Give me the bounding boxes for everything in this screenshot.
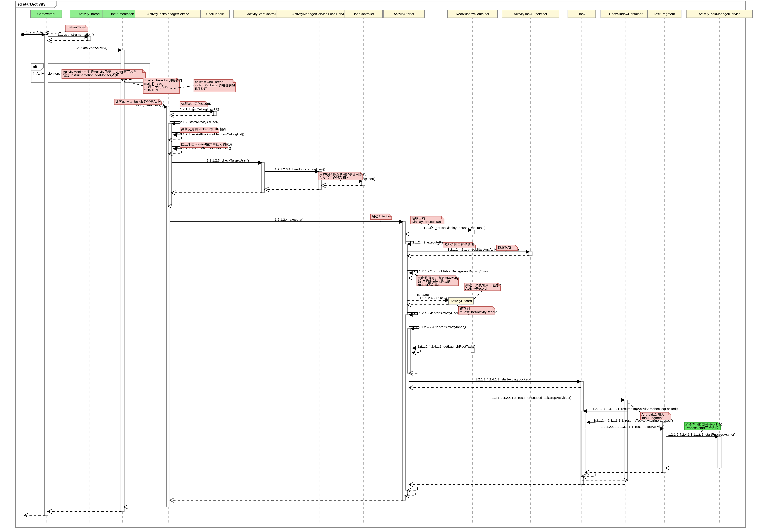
activation [262,163,265,193]
activation [718,437,721,468]
participant-label: UserHandle [206,12,224,16]
note-anchor [455,304,459,307]
message-label: 1.2.1.2.4.2.4.1.3.1.1.1.1: startProcessA… [668,433,735,436]
note-text: 仅存到 [460,307,470,310]
activation [663,422,666,472]
note-text: mLastStartActivityRecord [460,310,497,314]
note-text: (记录前期intent符合的 [418,280,451,283]
participant-label: UserController [353,12,374,16]
participant-label: ActivityTaskManagerService [699,12,740,16]
message-label: 1.2.1.2.4.2.3: new() [420,296,449,300]
note-text: 1. whoThread = 调用者的 [144,78,182,82]
participant-label: ActivityTaskManagerService [147,12,189,16]
note-text: DisplayFocusedTask [412,220,443,223]
participant-label: Task [578,12,585,16]
message-label: 1.2.1.2.4.2.4.1.1: getLaunchRootTask() [418,344,475,348]
message-label: 1.2.1.2.4.2.4.1.3.1.1.1: resumeTopActivi… [601,425,665,429]
participant-label: ActivityTaskSupervisor [514,12,547,16]
note-text: 获取当前 [412,216,425,220]
note-text: mainThread [144,82,162,85]
note-text: mMainThread [67,25,88,29]
message-self-return [409,275,418,278]
note-text: 3. INTENT [144,88,160,92]
activation [471,230,474,234]
activation [582,411,585,476]
message-label: 1.2.1.2.4.2.4.1.3.1: resumeTopActivityUn… [592,407,678,411]
note-text: 到这，系统发来，创建了 [465,283,502,287]
note-text: Process.start开始进程 [685,426,718,430]
message-label: 1.2.1.2.4.2.4.1.2: startActivityLocked() [476,377,531,381]
note-text: 拥有activity_task服务的是Activity [115,99,164,103]
frame [16,1,746,528]
message-label: 1.2.1.2.4.2.4.1: startActivityInner() [416,325,466,329]
note-text: 判断调用的package和UID相符 [181,127,226,131]
message-label: 1.2.1.2.4.2.2: shouldAbortBackgroundActi… [414,269,489,273]
activation [362,181,365,186]
participant-label: RootWindowContainer [609,12,643,16]
activation [168,124,172,206]
message-label: 1.2.1.2.3.1: handleIncomingUser() [275,167,325,171]
note-anchor [124,81,143,86]
participant-label: ContextImpl [37,12,55,16]
message-label: 1.1: getInstrumentation() [58,33,94,36]
note-anchor [381,219,381,222]
created-object-label: ActivityRecord [451,299,472,303]
message-label: 1.2.1.2.1: assertPackageMatchesCallingUi… [177,132,244,136]
note-text: callingPackage 调用者的包 [195,83,235,87]
message-label: 1.2.1.2.4: execute() [275,218,303,221]
message-label: 1.2.1.2.3: checkTargetUser() [207,159,249,162]
note-text: 2. 调用者的包名 [144,85,168,89]
message-label: 1.2.1.2.4.1: getTopDisplayFocusedRootTas… [418,226,485,229]
frame-label: alt [33,65,37,69]
note-text: INTENT [195,87,207,90]
note-text: 各种判断目标是透明 [444,243,474,246]
activation [624,400,628,480]
note-text: Android12 加入 [642,413,664,416]
activation [88,37,91,41]
activation [213,111,217,115]
frame-label: sd startActivity [17,2,45,6]
participant-label: TaskFragment [654,12,675,16]
note-text: 以及和用户线程相关 [319,176,349,180]
message-label: 1.2.1.1: getCallingUserId() [180,107,219,111]
note-text: 启动Activity [372,214,389,218]
participant-label: Instrumentation [111,12,134,16]
participant-label: ActivityStartController [247,12,279,16]
note-text: ActivityRecord [465,287,487,290]
note-text: 判断是否可以有启动Activity [418,276,459,280]
activation [45,35,48,515]
note-anchor [436,244,443,245]
activation [471,348,474,352]
note-text: 远程调用者的UserID [181,102,212,105]
note-text: restrict黑名单) [418,283,439,287]
note-text: TaskFragment [642,416,663,420]
note-text: ActivityMonitors 监听Activity信息，Client层可以负 [63,70,136,73]
participant-label: ActivityStarter [394,12,414,16]
message-stereotype: «create» [417,293,430,297]
message-label: 1.2.1.2: startActivityAsUser() [177,120,220,124]
message-label: 1.2.1.2.4.2.4.1.3: resumeFocusedTasksTop… [492,396,571,399]
activation [407,329,411,373]
note-text: 检查权限 [498,245,511,249]
note-anchor [414,273,417,276]
activation [529,252,532,256]
participant-label: RootWindowContainer [456,12,489,16]
note-text: 用户权限检查调用的是否可以及 [319,173,366,176]
message-self-return [412,350,421,353]
participant-label: ActivityManagerService.LocalService [292,12,347,16]
participant-label: ActivityThread [79,12,100,16]
message-label: 1: startActivity() [26,31,49,34]
note-text: 防止来自isolated模式中任何的调用 [181,142,233,146]
message-label: 1.2: execStartActivity() [74,46,107,50]
activation [121,50,124,511]
note-text: caller = whoThread [195,80,224,84]
note-text: 给不在周期部件中这时候 [685,423,722,426]
note-anchor [473,291,482,300]
